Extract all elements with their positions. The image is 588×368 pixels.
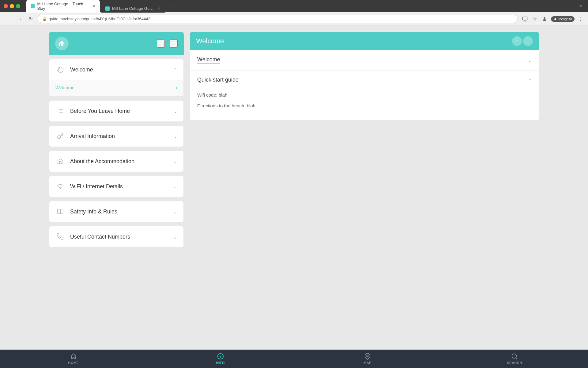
- info-nav-label: INFO: [216, 361, 225, 365]
- browser-chrome: Mill Lane Cottage – Touch Stay ✕ Mill La…: [0, 0, 588, 26]
- svg-point-17: [367, 355, 368, 357]
- nav-section-contact: Useful Contact Numbers ⌄: [49, 226, 184, 247]
- nav-section-safety-title: Safety Info & Rules: [70, 209, 168, 215]
- nav-section-accommodation-title: About the Accommodation: [70, 158, 168, 165]
- lock-icon: 🔒: [42, 17, 47, 21]
- nav-section-safety-header[interactable]: Safety Info & Rules ⌄: [49, 201, 183, 222]
- bottom-nav-info[interactable]: INFO: [199, 351, 242, 367]
- maximize-traffic-light[interactable]: [16, 4, 20, 8]
- phone-icon: [55, 232, 65, 242]
- nav-section-contact-header[interactable]: Useful Contact Numbers ⌄: [49, 226, 183, 247]
- map-nav-label: MAP: [364, 361, 371, 365]
- tab-favicon-1: [31, 4, 35, 8]
- svg-rect-5: [172, 44, 175, 46]
- wifi-icon: [55, 182, 65, 191]
- nav-section-wifi-title: WiFi / Internet Details: [70, 183, 168, 190]
- book-icon: [55, 207, 65, 217]
- welcome-chevron-up: ⌃: [173, 67, 177, 73]
- print-icon-button[interactable]: [170, 40, 178, 48]
- right-quickstart-header[interactable]: Quick start guide ⌃: [190, 71, 539, 90]
- bottom-nav-home[interactable]: HOME: [52, 351, 95, 367]
- nav-section-welcome-header[interactable]: Welcome ⌃: [49, 59, 183, 80]
- before-chevron: ⌄: [173, 108, 177, 114]
- nav-section-safety: Safety Info & Rules ⌄: [49, 201, 184, 222]
- nav-section-before: Before You Leave Home ⌄: [49, 100, 184, 122]
- back-button[interactable]: ←: [4, 15, 12, 23]
- send-icon-button[interactable]: [157, 40, 165, 48]
- home-nav-icon: [70, 353, 77, 360]
- bottom-nav-map[interactable]: MAP: [346, 351, 389, 367]
- svg-point-12: [58, 136, 61, 139]
- forward-button[interactable]: →: [15, 15, 24, 23]
- svg-point-18: [512, 354, 517, 358]
- home-icon-circle: [55, 37, 69, 50]
- nav-section-accommodation-header[interactable]: About the Accommodation ⌄: [49, 151, 183, 172]
- tab-close-1[interactable]: ✕: [92, 4, 96, 8]
- menu-button[interactable]: ⋮: [577, 15, 584, 23]
- nav-section-before-title: Before You Leave Home: [70, 108, 168, 114]
- right-welcome-header[interactable]: Welcome ⌄: [190, 50, 539, 70]
- cast-button[interactable]: [521, 15, 529, 23]
- nav-section-accommodation: About the Accommodation ⌄: [49, 151, 184, 172]
- svg-line-19: [516, 358, 517, 359]
- reload-button[interactable]: ↻: [27, 15, 35, 23]
- nav-section-arrival-title: Arrival Information: [70, 133, 168, 140]
- profile-button[interactable]: [541, 15, 548, 23]
- svg-rect-0: [523, 17, 527, 20]
- bottom-nav-search[interactable]: SEARCH: [493, 351, 536, 367]
- nav-section-welcome-title: Welcome: [70, 67, 168, 73]
- svg-point-1: [544, 17, 545, 19]
- svg-point-2: [555, 18, 556, 19]
- quickstart-item-2: Directions to the beach: blah: [197, 102, 532, 109]
- right-panel: Welcome ⌃ ⌄ Welcome ⌄ Quick start guide …: [190, 32, 539, 343]
- nav-section-welcome-expanded: Welcome ›: [49, 80, 183, 96]
- right-nav-up[interactable]: ⌃: [512, 36, 522, 46]
- new-tab-button[interactable]: +: [166, 4, 174, 13]
- nav-section-before-header[interactable]: Before You Leave Home ⌄: [49, 101, 183, 121]
- browser-nav-actions: ☆ Incognito ⋮: [521, 15, 584, 23]
- nav-section-contact-title: Useful Contact Numbers: [70, 234, 168, 240]
- close-traffic-light[interactable]: [4, 4, 8, 8]
- safety-chevron: ⌄: [173, 209, 177, 215]
- right-nav-down[interactable]: ⌄: [523, 36, 533, 46]
- arrival-chevron: ⌄: [173, 133, 177, 139]
- tab-label-1: Mill Lane Cottage – Touch Stay: [37, 2, 90, 11]
- tab-label-2: Mill Lane Cottage Guest Welco...: [112, 6, 155, 11]
- right-content: Welcome ⌄ Quick start guide ⌃ Wifi code:…: [190, 50, 539, 120]
- home-nav-label: HOME: [68, 361, 79, 365]
- nav-section-arrival: Arrival Information ⌄: [49, 125, 184, 147]
- browser-tab-inactive[interactable]: Mill Lane Cottage Guest Welco... ✕: [101, 4, 165, 13]
- welcome-link-label: Welcome: [55, 85, 74, 90]
- nav-sections: Welcome ⌃ Welcome ›: [49, 59, 184, 251]
- accommodation-chevron: ⌄: [173, 159, 177, 164]
- browser-titlebar: Mill Lane Cottage – Touch Stay ✕ Mill La…: [0, 0, 588, 12]
- contact-chevron: ⌄: [173, 234, 177, 240]
- wifi-chevron: ⌄: [173, 184, 177, 190]
- browser-tab-active[interactable]: Mill Lane Cottage – Touch Stay ✕: [26, 0, 100, 13]
- search-nav-icon: [511, 353, 518, 360]
- tab-close-2[interactable]: ✕: [157, 6, 160, 11]
- right-quickstart-section: Quick start guide ⌃ Wifi code: blah Dire…: [190, 71, 539, 120]
- incognito-badge: Incognito: [551, 16, 575, 22]
- right-welcome-title: Welcome: [197, 56, 220, 64]
- right-quickstart-body: Wifi code: blah Directions to the beach:…: [190, 90, 539, 120]
- welcome-link[interactable]: Welcome ›: [55, 82, 177, 93]
- left-panel: Welcome ⌃ Welcome ›: [49, 32, 184, 343]
- left-header-icons: [157, 40, 178, 48]
- search-nav-label: SEARCH: [507, 361, 522, 365]
- page-content: Welcome ⌃ Welcome ›: [0, 26, 588, 350]
- minimize-traffic-light[interactable]: [10, 4, 14, 8]
- key-icon: [55, 131, 65, 141]
- nav-section-wifi-header[interactable]: WiFi / Internet Details ⌄: [49, 176, 183, 197]
- right-quickstart-title: Quick start guide: [197, 77, 239, 84]
- quickstart-item-1: Wifi code: blah: [197, 92, 532, 99]
- right-welcome-section: Welcome ⌄: [190, 50, 539, 71]
- svg-point-13: [60, 188, 61, 189]
- traffic-lights: [4, 4, 20, 8]
- map-nav-icon: [364, 353, 371, 360]
- nav-section-welcome: Welcome ⌃ Welcome ›: [49, 59, 184, 97]
- bookmark-button[interactable]: ☆: [531, 15, 538, 23]
- nav-section-arrival-header[interactable]: Arrival Information ⌄: [49, 126, 183, 147]
- hand-icon: [55, 65, 65, 75]
- address-bar[interactable]: 🔒 guide.touchstay.com/guest/b4YqUMheOl0C…: [38, 15, 518, 23]
